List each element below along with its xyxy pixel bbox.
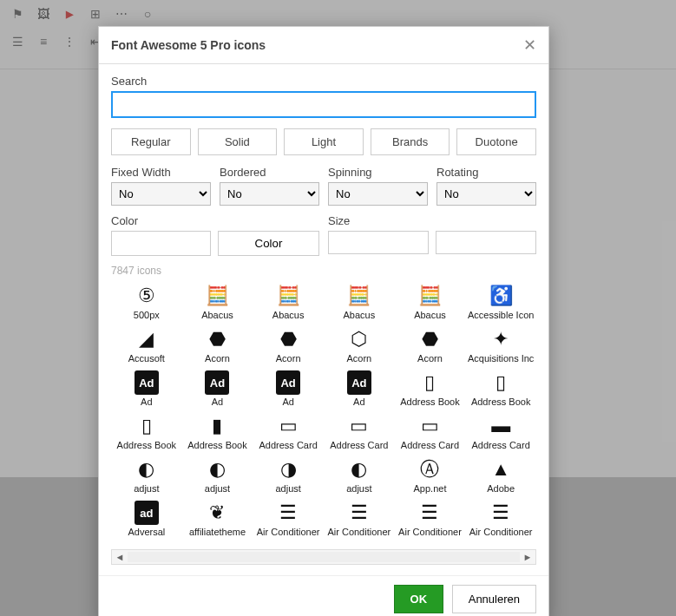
- icon-item[interactable]: ☰Air Conditioner: [324, 497, 395, 541]
- ad-icon: Ad: [276, 370, 300, 395]
- icon-label: App.net: [395, 483, 466, 494]
- option-spinning-select[interactable]: No: [328, 182, 428, 206]
- accusoft-icon: ◢: [111, 327, 182, 351]
- icon-item[interactable]: ☰Air Conditioner: [253, 497, 324, 541]
- icon-item[interactable]: ✦Acquisitions Inc: [465, 324, 536, 367]
- icon-label: Address Book: [395, 396, 466, 407]
- style-filter-row: RegularSolidLightBrandsDuotone: [111, 128, 536, 155]
- option-label: Fixed Width: [111, 166, 211, 179]
- scroll-left-icon[interactable]: ◄: [112, 552, 128, 562]
- icon-picker-dialog: Font Awesome 5 Pro icons ✕ Search Regula…: [98, 26, 549, 616]
- style-regular-button[interactable]: Regular: [111, 128, 191, 155]
- icon-label: 500px: [111, 310, 182, 320]
- style-duotone-button[interactable]: Duotone: [456, 128, 536, 155]
- option-bordered-select[interactable]: No: [220, 182, 319, 206]
- icon-item[interactable]: 🧮Abacus: [182, 280, 253, 324]
- icon-grid[interactable]: ⑤500px🧮Abacus🧮Abacus🧮Abacus🧮Abacus♿Acces…: [111, 280, 536, 549]
- icon-item[interactable]: AdAd: [324, 367, 395, 410]
- icon-item[interactable]: ▭Address Card: [324, 410, 395, 454]
- size-input-2[interactable]: [436, 231, 536, 254]
- app.net-icon: Ⓐ: [395, 457, 466, 482]
- icon-label: Ad: [253, 396, 324, 407]
- color-label: Color: [111, 214, 319, 227]
- abacus-icon: 🧮: [253, 284, 324, 308]
- size-label: Size: [328, 214, 536, 227]
- icon-label: affiliatetheme: [182, 527, 253, 537]
- icon-label: Abacus: [182, 310, 253, 320]
- acorn-icon: ⬣: [395, 327, 466, 351]
- icon-count: 7847 icons: [111, 265, 536, 277]
- icon-label: Ad: [111, 396, 182, 407]
- icon-label: Acorn: [182, 353, 253, 364]
- icon-item[interactable]: ◐adjust: [182, 454, 253, 497]
- address-card-icon: ▭: [324, 414, 395, 438]
- address-card-icon: ▭: [395, 414, 466, 438]
- icon-item[interactable]: AdAd: [182, 367, 253, 410]
- icon-item[interactable]: AdAd: [111, 367, 182, 410]
- search-input[interactable]: [111, 91, 536, 118]
- adversal-icon: ad: [135, 501, 159, 525]
- icon-label: Acquisitions Inc: [465, 353, 536, 364]
- option-label: Spinning: [328, 166, 428, 179]
- icon-item[interactable]: ⬣Acorn: [395, 324, 466, 367]
- style-brands-button[interactable]: Brands: [371, 128, 450, 155]
- icon-item[interactable]: ▯Address Book: [395, 367, 466, 410]
- address-book-icon: ▮: [182, 414, 253, 438]
- scroll-right-icon[interactable]: ►: [520, 552, 535, 562]
- icon-item[interactable]: ▬Address Card: [465, 410, 536, 454]
- option-rotating-select[interactable]: No: [436, 182, 536, 206]
- abacus-icon: 🧮: [182, 284, 253, 308]
- icon-item[interactable]: adAdversal: [111, 497, 182, 541]
- size-input[interactable]: [328, 231, 429, 254]
- icon-item[interactable]: ◐adjust: [111, 454, 182, 497]
- icon-item[interactable]: ◢Accusoft: [111, 324, 182, 367]
- adobe-icon: ▲: [465, 457, 536, 482]
- icon-label: Acorn: [395, 353, 466, 364]
- accessible-icon-icon: ♿: [465, 284, 536, 308]
- icon-item[interactable]: ☰Air Conditioner: [395, 497, 466, 541]
- icon-item[interactable]: ▯Address Book: [111, 410, 182, 454]
- icon-label: adjust: [324, 483, 395, 494]
- icon-item[interactable]: ⬡Acorn: [324, 324, 395, 367]
- icon-label: Acorn: [324, 353, 395, 364]
- icon-label: Adobe: [465, 483, 536, 494]
- icon-item[interactable]: ▲Adobe: [465, 454, 536, 497]
- address-card-icon: ▬: [465, 414, 536, 438]
- icon-item[interactable]: 🧮Abacus: [395, 280, 466, 324]
- icon-item[interactable]: ◑adjust: [253, 454, 324, 497]
- icon-item[interactable]: ▭Address Card: [253, 410, 324, 454]
- address-book-icon: ▯: [465, 370, 536, 395]
- icon-label: Air Conditioner: [324, 527, 395, 537]
- cancel-button[interactable]: Annuleren: [452, 585, 536, 613]
- adjust-icon: ◐: [182, 457, 253, 482]
- acorn-icon: ⬣: [253, 327, 324, 351]
- icon-item[interactable]: ▭Address Card: [395, 410, 466, 454]
- icon-item[interactable]: ⑤500px: [111, 280, 182, 324]
- icon-item[interactable]: ⒶApp.net: [395, 454, 466, 497]
- icon-item[interactable]: ☰Air Conditioner: [465, 497, 536, 541]
- icon-item[interactable]: AdAd: [253, 367, 324, 410]
- icon-label: adjust: [111, 483, 182, 494]
- style-light-button[interactable]: Light: [284, 128, 364, 155]
- air-conditioner-icon: ☰: [395, 501, 466, 525]
- style-solid-button[interactable]: Solid: [198, 128, 278, 155]
- option-fixed-width-select[interactable]: No: [111, 182, 211, 206]
- icon-item[interactable]: ⬣Acorn: [253, 324, 324, 367]
- icon-item[interactable]: ▮Address Book: [182, 410, 253, 454]
- icon-label: Address Book: [111, 440, 182, 450]
- icon-label: Abacus: [395, 310, 466, 320]
- icon-label: Address Book: [465, 396, 536, 407]
- icon-item[interactable]: ▯Address Book: [465, 367, 536, 410]
- color-input[interactable]: [111, 231, 211, 256]
- icon-item[interactable]: ♿Accessible Icon: [465, 280, 536, 324]
- icon-item[interactable]: 🧮Abacus: [324, 280, 395, 324]
- icon-item[interactable]: 🧮Abacus: [253, 280, 324, 324]
- icon-item[interactable]: ⬣Acorn: [182, 324, 253, 367]
- icon-item[interactable]: ◐adjust: [324, 454, 395, 497]
- icon-item[interactable]: ❦affiliatetheme: [182, 497, 253, 541]
- icon-label: Address Card: [324, 440, 395, 450]
- close-icon[interactable]: ✕: [523, 36, 536, 55]
- ok-button[interactable]: OK: [394, 585, 444, 613]
- color-picker-button[interactable]: Color: [218, 231, 319, 256]
- horizontal-scrollbar[interactable]: ◄ ►: [111, 549, 536, 565]
